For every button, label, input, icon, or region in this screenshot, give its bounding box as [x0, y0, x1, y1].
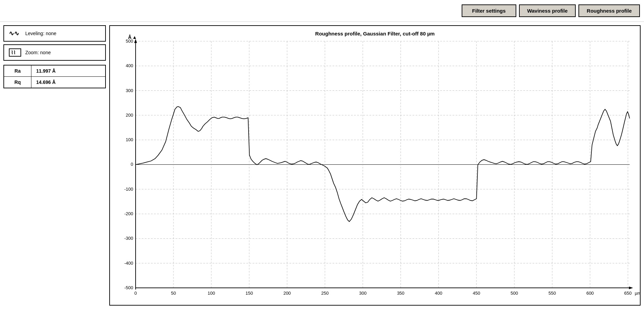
roughness-profile-line — [136, 106, 630, 221]
stats-row-rq: Rq 14.696 Å — [4, 77, 105, 88]
svg-text:150: 150 — [246, 291, 253, 296]
svg-text:400: 400 — [126, 63, 133, 68]
waviness-profile-button[interactable]: Waviness profile — [519, 4, 576, 17]
main-content: ∿∿ Leveling: none ⌇⌇ Zoom: none Ra 11.99… — [0, 22, 644, 309]
svg-text:300: 300 — [359, 291, 367, 296]
svg-text:-500: -500 — [124, 285, 133, 290]
zoom-box: ⌇⌇ Zoom: none — [3, 44, 106, 61]
stats-row-ra: Ra 11.997 Å — [4, 65, 105, 77]
svg-text:50: 50 — [171, 291, 176, 296]
leveling-label: Leveling: none — [25, 31, 56, 36]
svg-text:-100: -100 — [124, 187, 133, 192]
top-toolbar: Filter settings Waviness profile Roughne… — [0, 0, 644, 22]
svg-text:250: 250 — [321, 291, 329, 296]
rq-label: Rq — [4, 77, 31, 88]
chart-area: Roughness profile, Gaussian Filter, cut-… — [109, 25, 641, 306]
svg-text:-300: -300 — [124, 236, 133, 241]
roughness-chart: Roughness profile, Gaussian Filter, cut-… — [110, 26, 640, 305]
svg-text:100: 100 — [208, 291, 215, 296]
chart-title: Roughness profile, Gaussian Filter, cut-… — [315, 31, 435, 36]
svg-text:450: 450 — [473, 291, 480, 296]
roughness-profile-button[interactable]: Roughness profile — [578, 4, 640, 17]
zoom-icon: ⌇⌇ — [9, 48, 21, 57]
svg-text:500: 500 — [510, 291, 518, 296]
filter-settings-button[interactable]: Filter settings — [462, 4, 516, 17]
rq-value: 14.696 Å — [31, 77, 60, 88]
leveling-box: ∿∿ Leveling: none — [3, 25, 106, 42]
stats-table: Ra 11.997 Å Rq 14.696 Å — [3, 65, 106, 88]
svg-text:200: 200 — [283, 291, 291, 296]
leveling-icon: ∿∿ — [9, 30, 21, 37]
svg-text:µm: µm — [635, 291, 640, 296]
ra-value: 11.997 Å — [31, 65, 60, 76]
svg-text:▲: ▲ — [132, 34, 137, 40]
svg-text:-200: -200 — [124, 211, 133, 216]
svg-text:600: 600 — [586, 291, 594, 296]
svg-text:100: 100 — [126, 137, 133, 142]
svg-text:-400: -400 — [124, 261, 133, 266]
left-panel: ∿∿ Leveling: none ⌇⌇ Zoom: none Ra 11.99… — [3, 25, 106, 306]
svg-marker-30 — [629, 286, 633, 289]
svg-text:0: 0 — [134, 291, 137, 296]
svg-text:550: 550 — [548, 291, 556, 296]
svg-text:300: 300 — [126, 88, 133, 93]
svg-text:200: 200 — [126, 113, 133, 118]
svg-text:400: 400 — [435, 291, 443, 296]
zoom-label: Zoom: none — [25, 50, 51, 55]
svg-text:350: 350 — [397, 291, 405, 296]
svg-text:0: 0 — [131, 162, 133, 167]
svg-text:650: 650 — [624, 291, 632, 296]
ra-label: Ra — [4, 65, 31, 76]
svg-text:Å: Å — [128, 34, 131, 40]
